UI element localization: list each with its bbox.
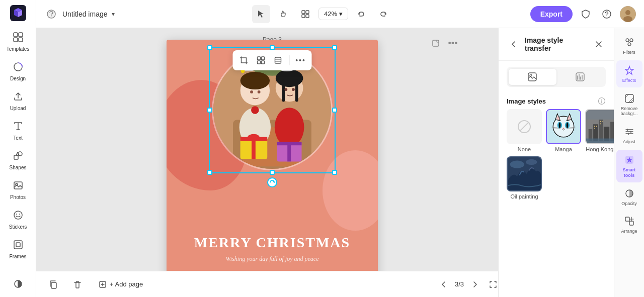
style-item-none[interactable]: None [507, 109, 542, 152]
svg-point-10 [14, 211, 22, 219]
image-styles-label: Image styles [507, 97, 546, 105]
help-icon-button[interactable] [599, 6, 615, 22]
copy-page-button[interactable] [44, 275, 62, 293]
svg-rect-48 [252, 137, 256, 159]
title-chevron[interactable]: ▾ [112, 11, 115, 18]
style-item-manga[interactable]: Manga [546, 109, 581, 152]
text-icon [11, 119, 25, 133]
handle-mr[interactable] [332, 108, 337, 113]
page-resize-icon[interactable] [429, 36, 443, 50]
svg-rect-18 [302, 11, 305, 14]
svg-rect-63 [51, 282, 56, 288]
svg-rect-32 [275, 57, 281, 63]
toggle-original-button[interactable] [509, 69, 556, 85]
card-title: MERRY CHRISTMAS [194, 235, 350, 251]
toggle-styled-button[interactable] [556, 69, 604, 85]
svg-rect-52 [287, 142, 291, 161]
opacity-label: Opacity [621, 201, 637, 207]
sidebar-item-design[interactable]: Design [0, 56, 36, 85]
app-logo[interactable] [9, 4, 27, 22]
svg-rect-29 [262, 57, 265, 60]
add-page-button[interactable]: + Add page [93, 277, 149, 291]
hand-tool-button[interactable] [274, 5, 292, 23]
grid-button[interactable] [253, 52, 269, 68]
filters-icon [623, 36, 635, 48]
style-grid: None [499, 109, 614, 208]
style-thumb-none [507, 109, 542, 144]
svg-point-96 [626, 39, 629, 42]
upload-label: Upload [10, 106, 26, 111]
handle-bc[interactable] [270, 170, 275, 175]
svg-rect-91 [586, 110, 614, 120]
redo-button[interactable] [374, 5, 392, 23]
sidebar-bottom-dark-mode[interactable] [9, 275, 27, 293]
svg-rect-21 [306, 15, 309, 18]
panel-close-button[interactable] [592, 37, 606, 51]
sidebar-item-templates[interactable]: Templates [0, 26, 36, 56]
tool-filters[interactable]: Filters [616, 32, 642, 59]
page-more-icon[interactable]: ••• [446, 36, 460, 50]
layers-button[interactable] [270, 52, 286, 68]
shield-icon-button[interactable] [578, 6, 594, 22]
handle-tl[interactable] [207, 45, 212, 50]
templates-label: Templates [7, 46, 30, 52]
style-item-oil[interactable]: Oil painting [507, 156, 542, 200]
crop-button[interactable] [236, 52, 252, 68]
svg-rect-102 [625, 217, 629, 221]
svg-rect-30 [258, 61, 261, 64]
handle-tr[interactable] [332, 45, 337, 50]
stickers-icon [11, 208, 25, 222]
panel-back-button[interactable] [507, 37, 521, 51]
tool-arrange[interactable]: Arrange [616, 211, 642, 238]
svg-rect-92 [586, 139, 614, 143]
tool-adjust[interactable]: Adjust [616, 122, 642, 149]
prev-page-button[interactable] [437, 277, 451, 291]
tool-smart[interactable]: Smart tools [616, 150, 642, 182]
left-sidebar: Templates Design Upload Text [0, 0, 36, 297]
page-view-button[interactable] [296, 5, 314, 23]
info-icon[interactable] [598, 97, 606, 105]
canvas-card[interactable]: MERRY CHRISTMAS Wishing your day full of… [167, 40, 378, 286]
sidebar-item-photos[interactable]: Photos [0, 174, 36, 204]
sidebar-item-text[interactable]: Text [0, 115, 36, 145]
sidebar-item-shapes[interactable]: Shapes [0, 145, 36, 174]
sidebar-item-stickers[interactable]: Stickers [0, 204, 36, 234]
svg-point-26 [623, 16, 632, 22]
filters-label: Filters [623, 50, 635, 55]
svg-point-12 [19, 214, 20, 215]
panel-toggle [507, 67, 606, 87]
canvas-viewport[interactable]: Page 3 ••• [36, 28, 508, 297]
delete-page-button[interactable] [68, 275, 87, 293]
export-button[interactable]: Export [530, 6, 573, 22]
next-page-button[interactable] [468, 277, 482, 291]
top-toolbar: Untitled image ▾ 42% ▾ [36, 0, 644, 28]
user-avatar[interactable] [620, 6, 636, 22]
rotate-handle[interactable] [267, 177, 277, 187]
tool-opacity[interactable]: Opacity [616, 183, 642, 211]
sidebar-item-upload[interactable]: Upload [0, 85, 36, 115]
photos-label: Photos [10, 194, 26, 200]
image-style-panel: Image style transfer Image styles [498, 28, 614, 297]
remove-bg-icon [623, 92, 635, 105]
zoom-control[interactable]: 42% ▾ [318, 8, 348, 20]
more-options-button[interactable]: ••• [293, 52, 309, 68]
svg-point-49 [248, 134, 259, 140]
undo-button[interactable] [352, 5, 370, 23]
effects-icon [623, 64, 635, 76]
style-thumb-oil [507, 156, 542, 191]
text-label: Text [13, 135, 22, 141]
svg-rect-89 [602, 121, 603, 122]
smart-tools-icon [623, 154, 635, 166]
svg-point-17 [51, 15, 52, 16]
shapes-label: Shapes [10, 165, 27, 170]
svg-point-77 [567, 123, 569, 128]
tool-remove-bg[interactable]: Remove backgr... [616, 88, 642, 121]
tool-effects[interactable]: Effects [616, 60, 642, 87]
svg-rect-14 [16, 243, 20, 247]
effects-label: Effects [622, 78, 636, 83]
section-title-row: Image styles [499, 93, 614, 109]
sidebar-item-frames[interactable]: Frames [0, 234, 36, 263]
adjust-label: Adjust [623, 139, 635, 145]
style-item-hk[interactable]: Hong Kong ... [585, 109, 614, 152]
select-tool-button[interactable] [252, 5, 270, 23]
